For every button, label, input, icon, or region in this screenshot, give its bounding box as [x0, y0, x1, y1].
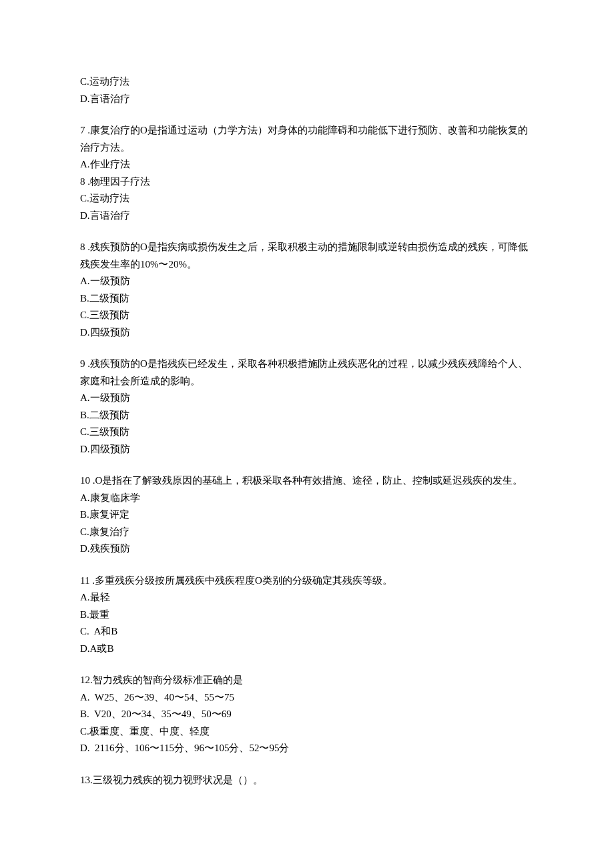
option-a: A.康复临床学	[80, 490, 534, 507]
option-a: A.一级预防	[80, 390, 534, 407]
option-a: A.一级预防	[80, 273, 534, 290]
question-stem: 13.三级视力残疾的视力视野状况是（）。	[80, 772, 534, 789]
option-d: D. 2116分、106〜115分、96〜105分、52〜95分	[80, 740, 534, 757]
option-c: C.康复治疗	[80, 524, 534, 541]
question-stem: 8 .残疾预防的O是指疾病或损伤发生之后，采取积极主动的措施限制或逆转由损伤造成…	[80, 239, 534, 273]
option-c: C.运动疗法	[80, 73, 534, 91]
question-7: 7 .康复治疗的O是指通过运动（力学方法）对身体的功能障碍和功能低下进行预防、改…	[80, 122, 534, 224]
question-stem: 7 .康复治疗的O是指通过运动（力学方法）对身体的功能障碍和功能低下进行预防、改…	[80, 122, 534, 156]
option-c: C.运动疗法	[80, 190, 534, 207]
option-c: C.极重度、重度、中度、轻度	[80, 723, 534, 741]
option-a: A. W25、26〜39、40〜54、55〜75	[80, 689, 534, 707]
question-13: 13.三级视力残疾的视力视野状况是（）。	[80, 772, 534, 789]
question-12: 12.智力残疾的智商分级标准正确的是 A. W25、26〜39、40〜54、55…	[80, 672, 534, 757]
option-b: B. V20、20〜34、35〜49、50〜69	[80, 706, 534, 723]
option-b: 8 .物理因子疗法	[80, 173, 534, 191]
option-b: B.二级预防	[80, 290, 534, 308]
option-d: D.四级预防	[80, 441, 534, 458]
option-b: B.最重	[80, 606, 534, 624]
question-6-options: C.运动疗法 D.言语治疗	[80, 73, 534, 107]
option-b: B.二级预防	[80, 407, 534, 424]
option-a: A.最轻	[80, 589, 534, 606]
question-stem: 9 .残疾预防的O是指残疾已经发生，采取各种积极措施防止残疾恶化的过程，以减少残…	[80, 356, 534, 390]
question-10: 10 .O是指在了解致残原因的基础上，积极采取各种有效措施、途径，防止、控制或延…	[80, 472, 534, 558]
question-stem: 11 .多重残疾分级按所属残疾中残疾程度O类别的分级确定其残疾等级。	[80, 572, 534, 590]
option-b: B.康复评定	[80, 506, 534, 524]
document-page: C.运动疗法 D.言语治疗 7 .康复治疗的O是指通过运动（力学方法）对身体的功…	[0, 0, 614, 868]
question-9: 9 .残疾预防的O是指残疾已经发生，采取各种积极措施防止残疾恶化的过程，以减少残…	[80, 356, 534, 458]
option-c: C. A和B	[80, 623, 534, 640]
option-d: D.言语治疗	[80, 207, 534, 225]
option-d: D.A或B	[80, 640, 534, 658]
question-stem: 10 .O是指在了解致残原因的基础上，积极采取各种有效措施、途径，防止、控制或延…	[80, 472, 534, 490]
question-8: 8 .残疾预防的O是指疾病或损伤发生之后，采取积极主动的措施限制或逆转由损伤造成…	[80, 239, 534, 341]
option-c: C.三级预防	[80, 424, 534, 441]
question-stem: 12.智力残疾的智商分级标准正确的是	[80, 672, 534, 689]
option-d: D.言语治疗	[80, 91, 534, 108]
question-11: 11 .多重残疾分级按所属残疾中残疾程度O类别的分级确定其残疾等级。 A.最轻 …	[80, 572, 534, 658]
option-a: A.作业疗法	[80, 156, 534, 173]
option-c: C.三级预防	[80, 307, 534, 324]
option-d: D.残疾预防	[80, 540, 534, 558]
option-d: D.四级预防	[80, 324, 534, 342]
